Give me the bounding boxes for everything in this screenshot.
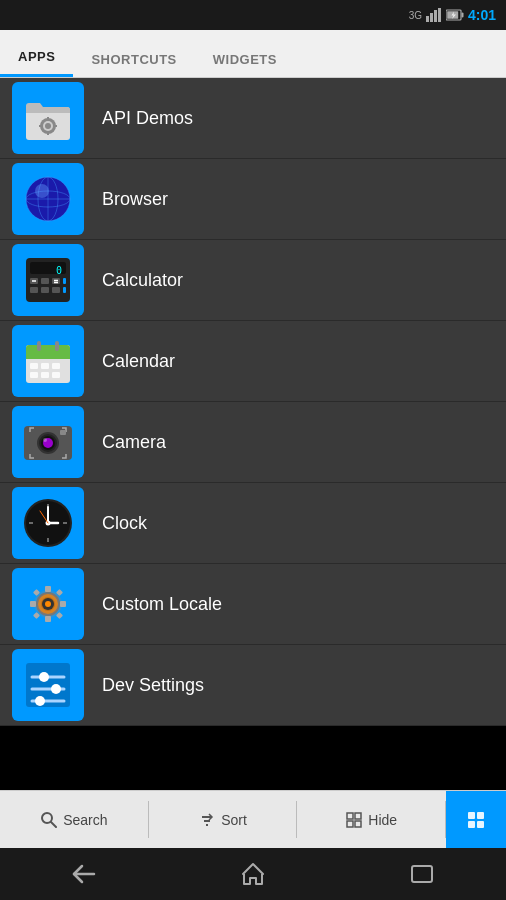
- svg-rect-69: [60, 601, 66, 607]
- app-name-camera: Camera: [102, 432, 166, 453]
- svg-rect-97: [468, 821, 475, 828]
- list-view-icon: [467, 811, 485, 829]
- svg-rect-94: [355, 821, 361, 827]
- svg-rect-15: [54, 125, 57, 127]
- search-label: Search: [63, 812, 107, 828]
- battery-icon: [446, 9, 464, 21]
- svg-point-78: [45, 601, 51, 607]
- svg-rect-91: [347, 813, 353, 819]
- app-icon-api-demos: [12, 82, 84, 154]
- status-bar: 3G 4:01: [0, 0, 506, 30]
- hide-label: Hide: [368, 812, 397, 828]
- svg-rect-46: [37, 341, 41, 351]
- svg-marker-100: [243, 864, 263, 884]
- app-icon-browser: [12, 163, 84, 235]
- svg-rect-96: [477, 812, 484, 819]
- svg-rect-0: [426, 16, 429, 22]
- tab-apps[interactable]: APPS: [0, 39, 73, 77]
- svg-rect-68: [30, 601, 36, 607]
- svg-point-85: [35, 696, 45, 706]
- svg-rect-12: [47, 117, 49, 120]
- list-item[interactable]: API Demos: [0, 78, 506, 159]
- app-name-custom-locale: Custom Locale: [102, 594, 222, 615]
- svg-rect-3: [438, 8, 441, 22]
- nav-bar: [0, 848, 506, 900]
- active-view-button[interactable]: [446, 791, 506, 848]
- back-icon: [70, 864, 98, 884]
- app-icon-clock: [12, 487, 84, 559]
- home-button[interactable]: [223, 854, 283, 894]
- svg-rect-44: [41, 372, 49, 378]
- list-item[interactable]: Clock: [0, 483, 506, 564]
- svg-rect-54: [60, 430, 66, 435]
- home-icon: [240, 861, 266, 887]
- svg-rect-29: [63, 278, 66, 284]
- sort-icon: [199, 812, 215, 828]
- app-name-calculator: Calculator: [102, 270, 183, 291]
- tab-shortcuts[interactable]: SHORTCUTS: [73, 42, 194, 77]
- svg-rect-31: [41, 287, 49, 293]
- recents-button[interactable]: [392, 854, 452, 894]
- svg-rect-92: [355, 813, 361, 819]
- bottom-toolbar: Search Sort Hide: [0, 790, 506, 848]
- recents-icon: [409, 863, 435, 885]
- status-icons: 3G 4:01: [409, 7, 496, 23]
- svg-line-87: [51, 822, 56, 827]
- app-icon-dev-settings: [12, 649, 84, 721]
- app-name-browser: Browser: [102, 189, 168, 210]
- app-icon-camera: [12, 406, 84, 478]
- svg-rect-5: [461, 13, 463, 18]
- app-name-api-demos: API Demos: [102, 108, 193, 129]
- back-button[interactable]: [54, 854, 114, 894]
- svg-point-11: [45, 123, 51, 129]
- svg-rect-98: [477, 821, 484, 828]
- svg-rect-101: [412, 866, 432, 882]
- hide-icon: [346, 812, 362, 828]
- svg-point-83: [51, 684, 61, 694]
- app-icon-custom-locale: [12, 568, 84, 640]
- app-list: API Demos Bro: [0, 78, 506, 790]
- list-item[interactable]: 0: [0, 240, 506, 321]
- app-name-clock: Clock: [102, 513, 147, 534]
- list-item[interactable]: Calendar: [0, 321, 506, 402]
- svg-rect-67: [45, 616, 51, 622]
- list-item[interactable]: Browser: [0, 159, 506, 240]
- svg-rect-30: [30, 287, 38, 293]
- svg-rect-47: [55, 341, 59, 351]
- svg-point-53: [43, 438, 47, 442]
- svg-rect-40: [30, 363, 38, 369]
- svg-rect-14: [39, 125, 42, 127]
- svg-rect-45: [52, 372, 60, 378]
- svg-rect-2: [434, 10, 437, 22]
- svg-rect-66: [45, 586, 51, 592]
- svg-rect-1: [430, 13, 433, 22]
- svg-rect-95: [468, 812, 475, 819]
- list-item[interactable]: Camera: [0, 402, 506, 483]
- svg-rect-93: [347, 821, 353, 827]
- svg-rect-13: [47, 132, 49, 135]
- svg-text:0: 0: [56, 265, 62, 276]
- sort-button[interactable]: Sort: [149, 791, 298, 848]
- app-name-dev-settings: Dev Settings: [102, 675, 204, 696]
- search-icon: [41, 812, 57, 828]
- clock-display: 4:01: [468, 7, 496, 23]
- svg-rect-43: [30, 372, 38, 378]
- hide-button[interactable]: Hide: [297, 791, 446, 848]
- svg-rect-39: [26, 353, 70, 359]
- svg-point-22: [35, 184, 49, 198]
- tab-widgets[interactable]: WIDGETS: [195, 42, 295, 77]
- app-icon-calendar: [12, 325, 84, 397]
- tab-bar: APPS SHORTCUTS WIDGETS: [0, 30, 506, 78]
- signal-bars-icon: [426, 8, 442, 22]
- app-icon-calculator: 0: [12, 244, 84, 316]
- app-name-calendar: Calendar: [102, 351, 175, 372]
- search-button[interactable]: Search: [0, 791, 149, 848]
- sort-label: Sort: [221, 812, 247, 828]
- list-item[interactable]: Custom Locale: [0, 564, 506, 645]
- svg-rect-42: [52, 363, 60, 369]
- svg-rect-32: [52, 287, 60, 293]
- network-indicator: 3G: [409, 10, 422, 21]
- svg-rect-41: [41, 363, 49, 369]
- list-item[interactable]: Dev Settings: [0, 645, 506, 726]
- svg-point-81: [39, 672, 49, 682]
